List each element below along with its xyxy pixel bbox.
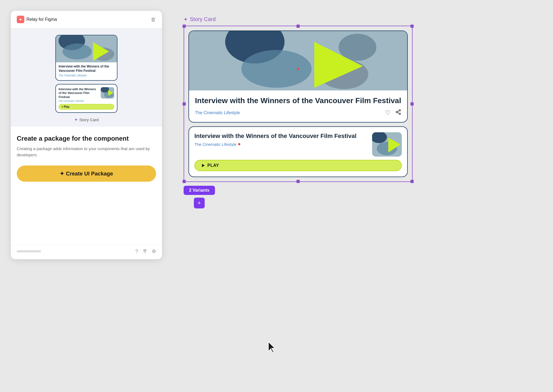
big-card-subtitle: The Cinematic Lifestyle <box>195 110 240 115</box>
component-label: ✦ Story Card <box>74 117 99 122</box>
horiz-card-subtitle: The Cinematic Lifestyle <box>194 142 368 147</box>
help-icon[interactable]: ? <box>135 249 138 254</box>
diamond-icon: ✦ <box>74 117 78 122</box>
svg-point-2 <box>63 43 92 59</box>
handle-ml <box>183 102 186 106</box>
left-footer: ? ⇈ ⚙ <box>11 245 162 259</box>
left-content: Create a package for the component Creat… <box>11 127 162 245</box>
svg-point-11 <box>241 50 312 88</box>
story-card-label-text: Story Card <box>190 16 216 22</box>
svg-point-13 <box>339 34 376 61</box>
story-card-label: ✦ Story Card <box>184 16 216 22</box>
brand: ♥ Relay for Figma <box>17 16 57 23</box>
preview-area: Interview with the Winners of the Vancou… <box>11 28 162 127</box>
card-sub-large: The Cinematic Lifestyle <box>59 74 114 77</box>
big-card: Interview with the Winners of the Vancou… <box>188 31 408 123</box>
horiz-card-title: Interview with the Winners of the Vancou… <box>194 132 368 140</box>
component-label-text: Story Card <box>79 117 99 122</box>
share-icon[interactable]: ⇈ <box>143 248 147 254</box>
handle-tl <box>183 25 186 28</box>
relay-logo: ♥ <box>17 16 24 23</box>
story-card-diamond-icon: ✦ <box>184 16 188 22</box>
trash-icon[interactable]: 🗑 <box>151 16 156 23</box>
play-button[interactable]: PLAY <box>194 160 402 171</box>
handle-tm <box>296 25 300 28</box>
left-header: ♥ Relay for Figma 🗑 <box>11 11 162 28</box>
svg-line-19 <box>397 112 399 113</box>
handle-br <box>410 180 414 183</box>
play-btn-small[interactable]: + Play <box>59 104 114 110</box>
big-card-image <box>189 31 407 90</box>
card-body-large: Interview with the Winners of the Vancou… <box>56 62 117 77</box>
create-heading: Create a package for the component <box>17 134 156 143</box>
card-title-horiz: Interview with the Winners of the Vancou… <box>59 87 99 99</box>
left-panel: ♥ Relay for Figma 🗑 Interview with the W… <box>11 11 162 259</box>
heart-icon[interactable]: ♡ <box>385 109 390 116</box>
svg-point-15 <box>297 68 299 70</box>
card-preview-large: Interview with the Winners of the Vancou… <box>55 35 117 81</box>
variants-badge: 2 Variants <box>184 186 215 195</box>
handle-tr <box>410 25 414 28</box>
svg-point-17 <box>396 111 397 113</box>
horiz-card-text: Interview with the Winners of the Vancou… <box>194 132 368 147</box>
svg-marker-25 <box>202 164 205 167</box>
horiz-thumb <box>101 87 114 99</box>
card-title-large: Interview with the Winners of the Vancou… <box>59 65 114 73</box>
card-sub-horiz: The Cinematic Lifestyle <box>59 100 99 102</box>
cursor <box>267 341 277 354</box>
horiz-card-thumb <box>372 132 402 157</box>
footer-icons: ? ⇈ ⚙ <box>135 248 156 254</box>
live-dot <box>238 143 240 145</box>
handle-bl <box>183 180 186 183</box>
add-variant-button[interactable]: + <box>194 198 205 208</box>
variants-area: 2 Variants + <box>184 186 215 208</box>
settings-icon[interactable]: ⚙ <box>152 248 156 254</box>
right-area: ✦ Story Card <box>162 0 553 392</box>
big-card-title: Interview with the Winners of the Vancou… <box>195 96 401 105</box>
main-frame: Interview with the Winners of the Vancou… <box>184 26 413 182</box>
big-card-body: Interview with the Winners of the Vancou… <box>189 90 407 122</box>
horiz-card: Interview with the Winners of the Vancou… <box>188 126 408 177</box>
app-title: Relay for Figma <box>26 17 57 22</box>
card-image-large <box>56 35 117 62</box>
horiz-text: Interview with the Winners of the Vancou… <box>59 87 99 102</box>
share-icon[interactable] <box>395 109 401 117</box>
create-desc: Creating a package adds information to y… <box>17 146 156 158</box>
svg-line-20 <box>397 111 399 112</box>
big-card-footer: The Cinematic Lifestyle ♡ <box>195 109 401 117</box>
svg-point-16 <box>399 110 400 111</box>
create-ui-package-button[interactable]: ✦ Create UI Package <box>17 165 156 182</box>
horiz-top: Interview with the Winners of the Vancou… <box>59 87 114 102</box>
handle-bm <box>296 180 300 183</box>
scrollbar <box>17 250 41 252</box>
handle-mr <box>410 102 414 106</box>
big-card-action-icons: ♡ <box>385 109 401 117</box>
card-preview-horiz: Interview with the Winners of the Vancou… <box>55 84 117 113</box>
svg-point-18 <box>399 113 400 115</box>
horiz-card-inner: Interview with the Winners of the Vancou… <box>194 132 402 157</box>
